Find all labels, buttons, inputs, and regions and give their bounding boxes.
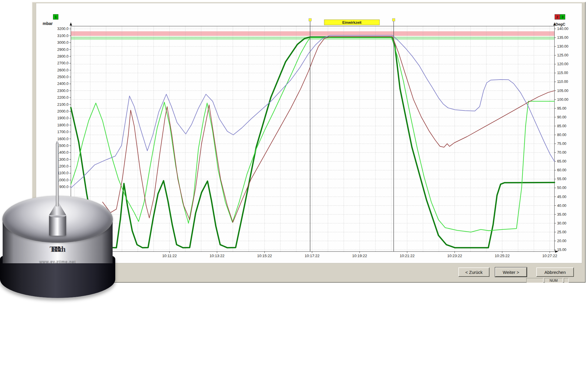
left-axis-tick-label: 1900.0 <box>57 116 69 120</box>
right-axis-tick-label: 100.00 <box>557 98 568 102</box>
x-axis-tick-label: 10:25:22 <box>495 254 510 258</box>
x-axis-tick-label: 10:27:22 <box>542 254 557 258</box>
left-axis-tick-label: 2100.0 <box>57 103 69 107</box>
right-axis-tick-label: 115.00 <box>557 71 568 75</box>
brand-logo: Bio Tech ™ <box>3 244 113 254</box>
right-axis-tick-label: 125.00 <box>557 53 568 57</box>
right-axis-tick-label: 45.00 <box>557 195 566 199</box>
right-axis-tick-label: 80.00 <box>557 133 566 137</box>
next-button[interactable]: Weiter > <box>495 267 527 277</box>
right-axis-tick-label: 15.00 <box>557 248 566 252</box>
left-axis-tick-label: 3100.0 <box>57 34 69 38</box>
einwirkzeit-label: Einwirkzeit <box>342 21 362 25</box>
left-axis-tick-label: 2000.0 <box>57 109 69 113</box>
series-marker-3-label: 3 <box>562 15 563 19</box>
right-axis-tick-label: 95.00 <box>557 106 566 110</box>
process-chart: 3200.03100.03000.02900.02800.02700.02600… <box>36 3 582 262</box>
right-axis-tick-label: 30.00 <box>557 221 566 225</box>
right-axis-title: DegC <box>555 22 566 26</box>
series-marker-2-label: 2 <box>556 15 558 19</box>
x-axis-tick-label: 10:23:22 <box>447 254 462 258</box>
right-axis-tick-label: 35.00 <box>557 212 566 217</box>
datalogger-photo: Bio Tech ™ www.ev.ztime.net <box>0 140 116 299</box>
theoretical-temp-line <box>71 35 554 188</box>
left-axis-tick-label: 2300.0 <box>57 89 69 93</box>
right-axis-tick-label: 25.00 <box>557 230 566 234</box>
tolerance-band-1 <box>71 31 554 36</box>
left-axis-tick-label: 2700.0 <box>57 61 69 65</box>
x-axis-tick-label: 10:11:22 <box>162 254 177 258</box>
right-axis-tick-label: 135.00 <box>557 36 568 40</box>
left-axis-tick-label: 1700.0 <box>57 130 69 134</box>
x-axis-tick-label: 10:13:22 <box>210 254 225 258</box>
left-axis-tick-label: 2200.0 <box>57 96 69 100</box>
back-button[interactable]: < Zurück <box>458 267 490 277</box>
chamber-temp-line <box>71 38 554 232</box>
right-axis-tick-label: 60.00 <box>557 168 566 172</box>
statusbar-cell-empty <box>526 278 543 283</box>
right-axis-tick-label: 85.00 <box>557 124 566 128</box>
left-axis-tick-label: 2500.0 <box>57 75 69 79</box>
probe-hub <box>49 215 66 236</box>
right-axis-tick-label: 130.00 <box>557 44 568 48</box>
einwirkzeit-handle-end[interactable] <box>392 19 395 21</box>
statusbar-cell-num: NUM <box>544 278 563 283</box>
x-axis-tick-label: 10:15:22 <box>257 254 272 258</box>
right-axis-tick-label: 90.00 <box>557 115 566 119</box>
right-axis-tick-label: 20.00 <box>557 239 566 243</box>
right-axis-tick-label: 140.00 <box>557 27 568 31</box>
left-axis-tick-label: 2400.0 <box>57 82 69 86</box>
left-axis-tick-label: 2800.0 <box>57 54 69 58</box>
left-axis-tick-label: 1800.0 <box>57 123 69 127</box>
probe-rod <box>56 143 59 206</box>
probe-tip <box>56 141 58 144</box>
series-marker-1-label: 1 <box>55 15 56 19</box>
x-axis-tick-label: 10:21:22 <box>400 254 415 258</box>
left-axis-arrow-icon <box>70 22 72 26</box>
x-axis-tick-label: 10:17:22 <box>305 254 320 258</box>
device-url-text: www.ev.ztime.net <box>3 259 113 264</box>
left-axis-tick-label: 3000.0 <box>57 41 69 45</box>
left-axis-title: mbar <box>43 21 53 26</box>
trademark-symbol: ™ <box>56 247 60 251</box>
statusbar-cell-corner <box>564 278 569 283</box>
right-axis-tick-label: 50.00 <box>557 186 566 190</box>
right-axis-tick-label: 105.00 <box>557 89 568 93</box>
left-axis-tick-label: 2900.0 <box>57 48 69 52</box>
left-axis-tick-label: 3200.0 <box>57 27 69 31</box>
cancel-button[interactable]: Abbrechen <box>536 267 574 277</box>
pressure-line <box>71 37 554 248</box>
x-axis-tick-label: 10:19:22 <box>352 254 367 258</box>
einwirkzeit-handle-start[interactable] <box>309 19 311 21</box>
chart-panel: 3200.03100.03000.02900.02800.02700.02600… <box>36 3 582 263</box>
right-axis-tick-label: 65.00 <box>557 159 566 163</box>
right-axis-tick-label: 75.00 <box>557 142 566 146</box>
right-axis-tick-label: 120.00 <box>557 62 568 66</box>
right-axis-tick-label: 70.00 <box>557 150 566 155</box>
right-axis-tick-label: 55.00 <box>557 177 566 181</box>
right-axis-tick-label: 40.00 <box>557 204 566 208</box>
right-axis-tick-label: 110.00 <box>557 80 568 84</box>
left-axis-tick-label: 2600.0 <box>57 68 69 72</box>
